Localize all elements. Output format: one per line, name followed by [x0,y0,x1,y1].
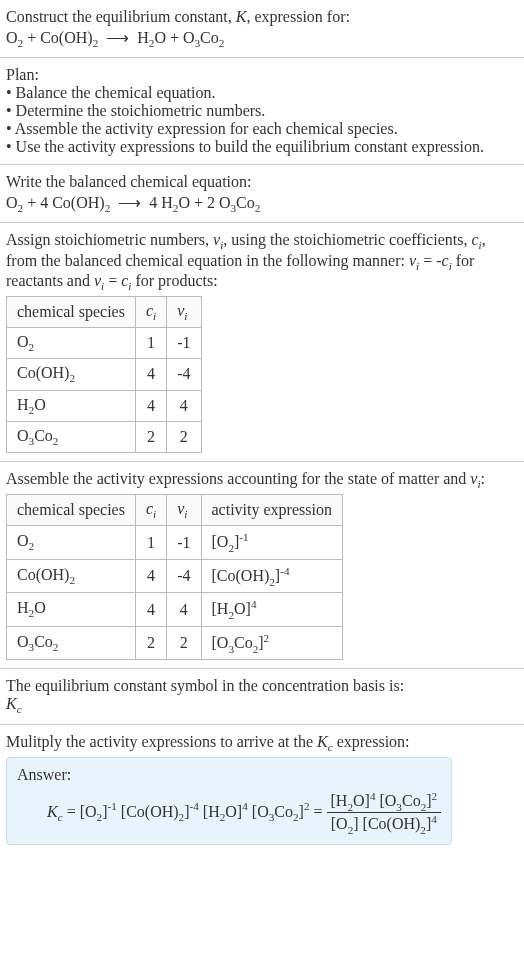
table-row: H2O 4 4 [7,390,202,421]
eq-part: O + O [154,29,194,46]
cell-species: O2 [7,328,136,359]
text: Mulitply the activity expressions to arr… [6,733,317,750]
unbalanced-equation: O2 + Co(OH)2 ⟶ H2O + O3Co2 [6,28,518,49]
numerator: [H2O]4 [O3Co2]2 [327,790,442,814]
balanced-equation: O2 + 4 Co(OH)2 ⟶ 4 H2O + 2 O3Co2 [6,193,518,214]
symbol-section: The equilibrium constant symbol in the c… [0,669,524,724]
nu-var: ν [94,272,101,289]
cell-v: -1 [167,328,201,359]
table-row: O3Co2 2 2 [7,421,202,452]
th-nu: νi [167,495,201,526]
cell-v: -4 [167,559,201,593]
term: Co [402,792,421,809]
cell-activity: [O2]-1 [201,526,342,560]
sp: O [17,532,29,549]
sp: H [17,396,29,413]
c-var: c [442,252,449,269]
nu-var: ν [409,252,416,269]
eq-part: + Co(OH) [23,29,92,46]
term: [O [331,816,348,833]
text: , using the stoichiometric coefficients, [223,231,471,248]
term: [Co(OH) [117,802,179,819]
term: [Co(OH) [359,816,421,833]
cell-c: 2 [135,626,166,660]
kc-symbol: Kc [6,695,518,715]
cell-species: Co(OH)2 [7,359,136,390]
term: [H [331,792,348,809]
sub: 2 [105,202,111,214]
assign-section: Assign stoichiometric numbers, νi, using… [0,223,524,462]
activity-table: chemical species ci νi activity expressi… [6,494,343,660]
exp: -1 [107,800,116,812]
sp: O [17,633,29,650]
th-c: ci [135,296,166,327]
term: O] [353,792,370,809]
cell-species: O2 [7,526,136,560]
exp: -4 [190,800,199,812]
text: = - [419,252,441,269]
cell-c: 2 [135,421,166,452]
text: for products: [131,272,217,289]
cell-v: 4 [167,390,201,421]
th-activity: activity expression [201,495,342,526]
fraction: [H2O]4 [O3Co2]2[O2] [Co(OH)2]4 [327,790,442,836]
assemble-text: Assemble the activity expressions accoun… [6,470,518,490]
answer-equation: Kc = [O2]-1 [Co(OH)2]-4 [H2O]4 [O3Co2]2 … [17,790,441,836]
plan-item: • Determine the stoichiometric numbers. [6,102,518,120]
plan-item: • Assemble the activity expression for e… [6,120,518,138]
cell-species: H2O [7,593,136,627]
sub: 2 [53,435,59,447]
term: [O [375,792,396,809]
table-header-row: chemical species ci νi [7,296,202,327]
balanced-section: Write the balanced chemical equation: O2… [0,165,524,223]
arrow-icon: ⟶ [114,194,145,211]
cell-c: 1 [135,328,166,359]
symbol-text: The equilibrium constant symbol in the c… [6,677,518,695]
sp: H [17,599,29,616]
act: [H [212,601,229,618]
cell-v: -4 [167,359,201,390]
plan-title: Plan: [6,66,518,84]
denominator: [O2] [Co(OH)2]4 [327,813,442,836]
cell-species: H2O [7,390,136,421]
plan-section: Plan: • Balance the chemical equation. •… [0,58,524,165]
cell-v: 4 [167,593,201,627]
sub: i [184,310,187,322]
cell-v: 2 [167,626,201,660]
sub: 2 [53,641,59,653]
eq-part: Co [200,29,219,46]
c-var: c [146,302,153,319]
exp: -1 [239,531,248,543]
exp: 2 [432,790,438,802]
th-c: ci [135,495,166,526]
cell-species: O3Co2 [7,421,136,452]
exp: 2 [264,632,270,644]
th-species: chemical species [7,296,136,327]
balanced-title: Write the balanced chemical equation: [6,173,518,191]
cell-c: 4 [135,559,166,593]
sub: 2 [69,373,75,385]
cell-activity: [H2O]4 [201,593,342,627]
act: O] [234,601,251,618]
text: expression: [333,733,410,750]
eq-part: 4 H [149,194,173,211]
eq-part: O [6,29,18,46]
assemble-section: Assemble the activity expressions accoun… [0,462,524,669]
header-section: Construct the equilibrium constant, K, e… [0,0,524,58]
table-row: O2 1 -1 [O2]-1 [7,526,343,560]
term: [O [248,802,269,819]
table-row: H2O 4 4 [H2O]4 [7,593,343,627]
text: Assemble the activity expressions accoun… [6,470,470,487]
text: : [481,470,485,487]
table-row: O3Co2 2 2 [O3Co2]2 [7,626,343,660]
plan-item: • Use the activity expressions to build … [6,138,518,156]
answer-box: Answer: Kc = [O2]-1 [Co(OH)2]-4 [H2O]4 [… [6,757,452,845]
cell-activity: [O3Co2]2 [201,626,342,660]
stoich-table: chemical species ci νi O2 1 -1 Co(OH)2 4… [6,296,202,453]
header-title: Construct the equilibrium constant, K, e… [6,8,518,26]
sp: Co(OH) [17,566,69,583]
arrow-icon: ⟶ [102,29,133,46]
assign-text: Assign stoichiometric numbers, νi, using… [6,231,518,292]
sub: 2 [93,37,99,49]
eq: = [63,802,80,819]
